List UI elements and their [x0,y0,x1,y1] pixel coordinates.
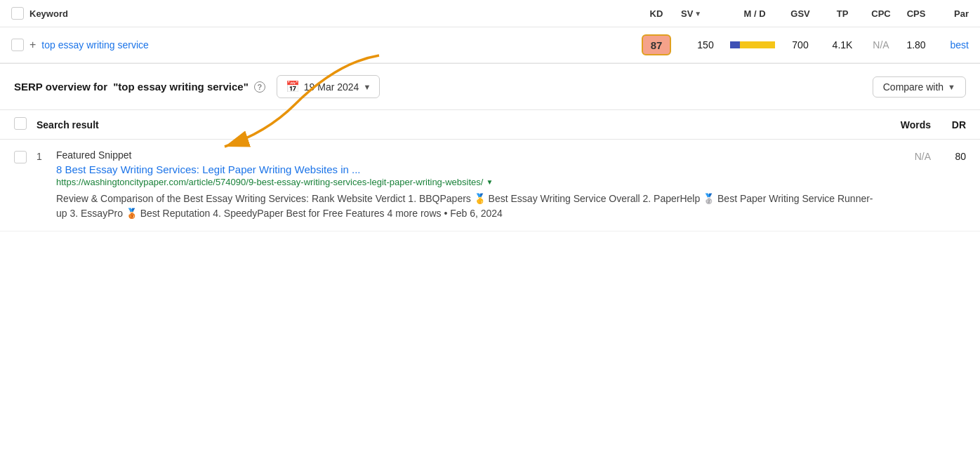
keyword-link[interactable]: top essay writing service [41,39,149,51]
cell-keyword: + top essay writing service [11,39,632,51]
results-header-words: Words [875,119,931,130]
cell-pare: best [934,39,969,51]
add-icon[interactable]: + [29,39,36,51]
date-picker[interactable]: 📅 19 Mar 2024 ▼ [277,75,380,98]
result-title-link[interactable]: 8 Best Essay Writing Services: Legit Pap… [56,163,875,175]
result-content: Featured Snippet 8 Best Essay Writing Se… [56,149,875,221]
cell-tp: 4.1K [821,39,863,51]
results-header-checkbox[interactable] [14,117,27,130]
featured-snippet-label: Featured Snippet [56,149,875,161]
cell-sv: 150 [681,39,730,51]
results-header-search-result: Search result [37,119,875,130]
results-header: Search result Words DR [0,110,980,140]
col-label-keyword: Keyword [29,8,68,19]
md-bar-yellow [740,41,775,48]
header-keyword: Keyword [11,7,632,20]
cell-md-bar [730,41,779,48]
url-dropdown-icon[interactable]: ▼ [486,178,493,186]
result-snippet: Review & Comparison of the Best Essay Wr… [56,192,875,221]
cell-kd: 87 [632,34,681,55]
cell-gsv: 700 [779,39,821,51]
results-table: Search result Words DR 1 Featured Snippe… [0,110,980,232]
result-row-checkbox-cell [14,149,37,166]
cell-cpc: N/A [863,39,899,51]
table-row: + top essay writing service 87 150 700 4… [0,27,980,63]
result-words: N/A [875,149,931,162]
serp-title: SERP overview for "top essay writing ser… [14,81,265,93]
col-label-sv[interactable]: SV ▼ [681,8,730,19]
col-label-kd[interactable]: KD [632,8,681,19]
compare-dropdown-arrow-icon: ▼ [948,83,955,91]
results-header-check [14,117,37,132]
serp-keyword: "top essay writing service" [113,81,249,93]
serp-title-prefix: SERP overview for [14,81,107,93]
result-url[interactable]: https://washingtoncitypaper.com/article/… [56,177,875,187]
col-label-cps[interactable]: CPS [899,8,934,19]
result-rank: 1 [37,149,56,162]
help-icon[interactable]: ? [254,81,265,93]
sort-arrow-icon: ▼ [694,10,701,18]
compare-with-button[interactable]: Compare with ▼ [873,76,966,98]
col-label-tp[interactable]: TP [821,8,863,19]
col-label-gsv[interactable]: GSV [779,8,821,19]
date-dropdown-arrow-icon: ▼ [363,83,371,91]
row-checkbox[interactable] [11,39,24,51]
result-row-1: 1 Featured Snippet 8 Best Essay Writing … [0,140,980,232]
compare-label: Compare with [883,81,943,93]
kd-badge: 87 [642,34,671,55]
result-url-text: https://washingtoncitypaper.com/article/… [56,177,483,187]
serp-header: SERP overview for "top essay writing ser… [0,64,980,110]
col-label-md[interactable]: M / D [730,8,779,19]
header-checkbox[interactable] [11,7,24,20]
col-label-pare[interactable]: Par [934,8,969,19]
results-header-dr: DR [931,119,966,130]
table-header-row: Keyword KD SV ▼ M / D GSV TP CPC CPS Par [0,0,980,27]
date-label: 19 Mar 2024 [304,81,359,93]
result-dr: 80 [931,149,966,162]
col-label-cpc[interactable]: CPC [863,8,899,19]
md-bar-blue [730,41,740,48]
cell-cps: 1.80 [899,39,934,51]
calendar-icon: 📅 [286,80,300,93]
result-row-checkbox[interactable] [14,151,27,163]
